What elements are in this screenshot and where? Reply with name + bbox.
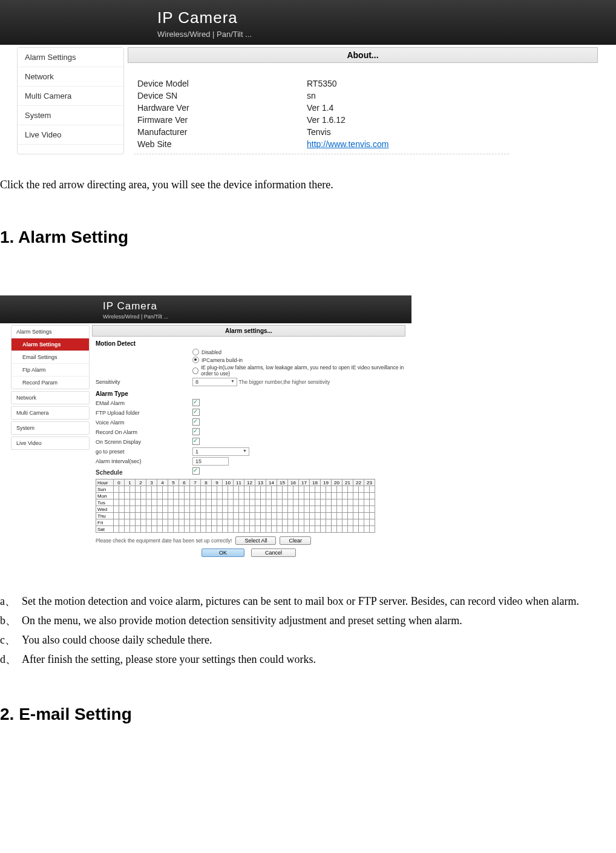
schedule-cell[interactable]: [228, 506, 234, 513]
schedule-cell[interactable]: [223, 526, 228, 533]
schedule-cell[interactable]: [141, 513, 146, 519]
schedule-cell[interactable]: [206, 493, 212, 499]
schedule-cell[interactable]: [315, 486, 321, 493]
schedule-cell[interactable]: [364, 499, 370, 506]
schedule-cell[interactable]: [288, 513, 293, 519]
schedule-cell[interactable]: [304, 519, 310, 526]
schedule-cell[interactable]: [190, 526, 195, 533]
schedule-cell[interactable]: [201, 493, 206, 499]
schedule-cell[interactable]: [272, 506, 277, 513]
schedule-cell[interactable]: [163, 486, 168, 493]
schedule-cell[interactable]: [283, 493, 288, 499]
schedule-cell[interactable]: [370, 486, 375, 493]
schedule-cell[interactable]: [332, 506, 337, 513]
schedule-cell[interactable]: [348, 506, 353, 513]
schedule-cell[interactable]: [174, 486, 179, 493]
schedule-cell[interactable]: [283, 513, 288, 519]
schedule-cell[interactable]: [125, 486, 130, 493]
schedule-cell[interactable]: [255, 486, 261, 493]
schedule-cell[interactable]: [114, 526, 119, 533]
schedule-cell[interactable]: [304, 499, 310, 506]
schedule-cell[interactable]: [212, 519, 217, 526]
schedule-cell[interactable]: [185, 499, 190, 506]
schedule-cell[interactable]: [277, 493, 283, 499]
schedule-cell[interactable]: [228, 513, 234, 519]
schedule-cell[interactable]: [353, 499, 359, 506]
schedule-cell[interactable]: [310, 493, 315, 499]
schedule-cell[interactable]: [136, 513, 141, 519]
schedule-cell[interactable]: [146, 526, 152, 533]
schedule-cell[interactable]: [228, 493, 234, 499]
schedule-cell[interactable]: [174, 506, 179, 513]
interval-input[interactable]: 15: [192, 457, 229, 466]
schedule-cell[interactable]: [206, 513, 212, 519]
schedule-cell[interactable]: [217, 493, 223, 499]
schedule-cell[interactable]: [261, 519, 266, 526]
schedule-cell[interactable]: [250, 519, 255, 526]
schedule-cell[interactable]: [337, 513, 342, 519]
sidebar-item[interactable]: System: [11, 422, 89, 434]
schedule-cell[interactable]: [310, 526, 315, 533]
schedule-cell[interactable]: [146, 506, 152, 513]
schedule-cell[interactable]: [168, 526, 174, 533]
schedule-cell[interactable]: [277, 526, 283, 533]
schedule-cell[interactable]: [212, 513, 217, 519]
schedule-cell[interactable]: [310, 506, 315, 513]
schedule-cell[interactable]: [234, 499, 239, 506]
schedule-cell[interactable]: [310, 499, 315, 506]
schedule-cell[interactable]: [266, 499, 272, 506]
schedule-cell[interactable]: [130, 493, 136, 499]
schedule-cell[interactable]: [195, 526, 201, 533]
schedule-cell[interactable]: [299, 526, 304, 533]
schedule-cell[interactable]: [179, 526, 185, 533]
schedule-cell[interactable]: [168, 493, 174, 499]
schedule-cell[interactable]: [190, 506, 195, 513]
schedule-cell[interactable]: [332, 499, 337, 506]
schedule-cell[interactable]: [353, 526, 359, 533]
schedule-cell[interactable]: [195, 499, 201, 506]
schedule-cell[interactable]: [168, 486, 174, 493]
schedule-cell[interactable]: [348, 513, 353, 519]
schedule-cell[interactable]: [266, 513, 272, 519]
sidebar-subitem[interactable]: Ftp Alarm: [11, 364, 89, 377]
schedule-cell[interactable]: [185, 506, 190, 513]
schedule-cell[interactable]: [326, 493, 332, 499]
option-checkbox[interactable]: [192, 428, 200, 435]
schedule-cell[interactable]: [119, 513, 125, 519]
sidebar-item[interactable]: Alarm Settings: [11, 326, 89, 338]
schedule-cell[interactable]: [234, 493, 239, 499]
radio-option[interactable]: IPCamera build-in: [192, 356, 405, 364]
schedule-cell[interactable]: [234, 506, 239, 513]
schedule-cell[interactable]: [217, 499, 223, 506]
sidebar-item[interactable]: Network: [18, 67, 123, 87]
schedule-cell[interactable]: [359, 493, 364, 499]
schedule-cell[interactable]: [141, 486, 146, 493]
radio-icon[interactable]: [192, 349, 199, 355]
schedule-cell[interactable]: [255, 513, 261, 519]
schedule-cell[interactable]: [348, 519, 353, 526]
schedule-cell[interactable]: [114, 499, 119, 506]
schedule-cell[interactable]: [304, 486, 310, 493]
schedule-cell[interactable]: [255, 526, 261, 533]
schedule-cell[interactable]: [348, 486, 353, 493]
schedule-cell[interactable]: [304, 513, 310, 519]
schedule-cell[interactable]: [332, 493, 337, 499]
schedule-cell[interactable]: [288, 499, 293, 506]
schedule-cell[interactable]: [217, 519, 223, 526]
schedule-cell[interactable]: [283, 526, 288, 533]
schedule-cell[interactable]: [217, 486, 223, 493]
schedule-cell[interactable]: [353, 506, 359, 513]
schedule-cell[interactable]: [348, 526, 353, 533]
schedule-cell[interactable]: [310, 513, 315, 519]
schedule-cell[interactable]: [130, 499, 136, 506]
schedule-cell[interactable]: [326, 486, 332, 493]
schedule-table[interactable]: Hour012345678910111213141516171819202122…: [96, 479, 375, 533]
schedule-cell[interactable]: [255, 519, 261, 526]
schedule-cell[interactable]: [125, 526, 130, 533]
schedule-cell[interactable]: [157, 526, 163, 533]
schedule-cell[interactable]: [342, 513, 348, 519]
schedule-cell[interactable]: [201, 526, 206, 533]
schedule-cell[interactable]: [353, 493, 359, 499]
schedule-cell[interactable]: [261, 506, 266, 513]
schedule-cell[interactable]: [353, 513, 359, 519]
